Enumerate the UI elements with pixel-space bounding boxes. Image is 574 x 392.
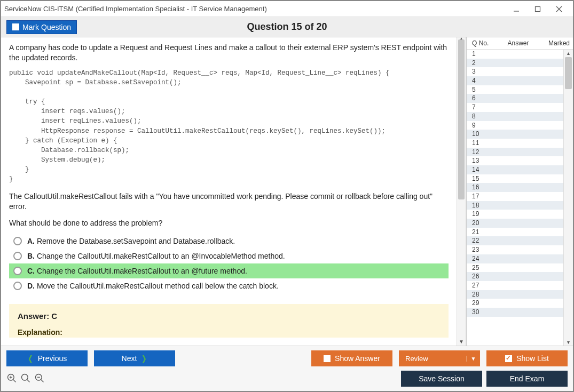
question-list-row[interactable]: 2 bbox=[467, 59, 563, 68]
main-scrollbar[interactable]: ▲ ▼ bbox=[457, 37, 466, 346]
option-c[interactable]: C. Change the CalloutUtil.makeRestCallou… bbox=[9, 263, 449, 278]
question-list-row[interactable]: 3 bbox=[467, 67, 563, 76]
checkbox-checked-icon bbox=[505, 355, 512, 362]
question-pane: A company has code to update a Request a… bbox=[1, 37, 457, 346]
show-answer-button[interactable]: Show Answer bbox=[311, 350, 392, 366]
question-list-row[interactable]: 10 bbox=[467, 130, 563, 139]
question-list-row[interactable]: 16 bbox=[467, 183, 563, 192]
question-stem-1: A company has code to update a Request a… bbox=[9, 43, 449, 63]
window-title: ServiceNow CIS-ITSM (Certified Implement… bbox=[4, 5, 506, 13]
question-list-row[interactable]: 23 bbox=[467, 245, 563, 254]
question-list-header: Q No. Answer Marked bbox=[467, 37, 573, 50]
scroll-down-icon[interactable]: ▼ bbox=[457, 339, 466, 345]
mark-question-button[interactable]: Mark Question bbox=[6, 20, 77, 34]
radio-icon bbox=[13, 267, 22, 275]
question-list-row[interactable]: 22 bbox=[467, 236, 563, 245]
question-list-row[interactable]: 18 bbox=[467, 201, 563, 210]
question-list-row[interactable]: 6 bbox=[467, 94, 563, 103]
side-scrollbar[interactable]: ▴ ▾ bbox=[563, 50, 573, 346]
question-heading: Question 15 of 20 bbox=[247, 21, 327, 33]
question-list-row[interactable]: 27 bbox=[467, 281, 563, 290]
svg-line-5 bbox=[13, 379, 16, 382]
col-marked: Marked bbox=[543, 39, 570, 47]
checkbox-icon bbox=[324, 355, 331, 362]
zoom-in-icon[interactable] bbox=[6, 373, 17, 385]
answer-line: Answer: C bbox=[18, 311, 440, 321]
close-button[interactable] bbox=[548, 3, 570, 15]
chevron-down-icon: ▼ bbox=[466, 356, 480, 362]
question-list-row[interactable]: 28 bbox=[467, 290, 563, 299]
question-list-row[interactable]: 26 bbox=[467, 272, 563, 281]
question-list-row[interactable]: 11 bbox=[467, 139, 563, 148]
svg-line-11 bbox=[41, 379, 44, 382]
col-answer: Answer bbox=[493, 39, 543, 47]
question-list-row[interactable]: 20 bbox=[467, 219, 563, 228]
review-dropdown[interactable]: Review ▼ bbox=[399, 350, 480, 366]
top-toolbar: Mark Question Question 15 of 20 bbox=[1, 17, 573, 37]
mark-question-label: Mark Question bbox=[22, 23, 71, 31]
titlebar: ServiceNow CIS-ITSM (Certified Implement… bbox=[1, 1, 573, 17]
question-list-row[interactable]: 13 bbox=[467, 156, 563, 165]
question-list-row[interactable]: 29 bbox=[467, 299, 563, 308]
previous-button[interactable]: ❬ Previous bbox=[6, 350, 88, 366]
chevron-right-icon: ❭ bbox=[141, 354, 147, 363]
minimize-button[interactable] bbox=[506, 3, 527, 15]
show-list-button[interactable]: Show List bbox=[486, 350, 568, 366]
next-button[interactable]: Next ❭ bbox=[94, 350, 175, 366]
svg-point-8 bbox=[22, 374, 28, 380]
radio-icon bbox=[13, 237, 22, 245]
end-exam-button[interactable]: End Exam bbox=[486, 371, 568, 387]
svg-line-9 bbox=[27, 379, 30, 382]
question-stem-3: What should be done to address the probl… bbox=[9, 218, 449, 228]
col-qno: Q No. bbox=[472, 39, 493, 47]
answer-box: Answer: C Explanation: bbox=[9, 304, 449, 338]
zoom-reset-icon[interactable] bbox=[20, 373, 31, 385]
scroll-thumb[interactable] bbox=[565, 57, 572, 89]
question-list-row[interactable]: 19 bbox=[467, 210, 563, 219]
question-list-row[interactable]: 4 bbox=[467, 76, 563, 85]
question-list-row[interactable]: 12 bbox=[467, 148, 563, 157]
question-list-row[interactable]: 1 bbox=[467, 50, 563, 59]
option-d[interactable]: D. Move the CalloutUtil.makeRestCallout … bbox=[9, 278, 449, 293]
mark-checkbox-icon bbox=[12, 23, 19, 30]
save-session-button[interactable]: Save Session bbox=[401, 371, 482, 387]
maximize-button[interactable] bbox=[527, 3, 548, 15]
question-list-row[interactable]: 9 bbox=[467, 121, 563, 130]
zoom-controls bbox=[6, 373, 45, 385]
question-list-row[interactable]: 17 bbox=[467, 192, 563, 201]
question-list-row[interactable]: 8 bbox=[467, 112, 563, 121]
radio-icon bbox=[13, 282, 22, 290]
bottom-toolbar: ❬ Previous Next ❭ Show Answer Review ▼ S… bbox=[1, 346, 573, 391]
svg-rect-1 bbox=[536, 6, 540, 11]
question-list-row[interactable]: 14 bbox=[467, 165, 563, 174]
question-stem-2: The CalloutUtil.makeRestCallout fails wi… bbox=[9, 191, 449, 212]
app-window: ServiceNow CIS-ITSM (Certified Implement… bbox=[0, 0, 574, 392]
question-list-row[interactable]: 25 bbox=[467, 263, 563, 273]
question-list-row[interactable]: 21 bbox=[467, 228, 563, 237]
zoom-out-icon[interactable] bbox=[34, 373, 45, 385]
question-list[interactable]: 1234567891011121314151617181920212223242… bbox=[467, 50, 563, 346]
scroll-up-icon[interactable]: ▴ bbox=[564, 50, 573, 56]
scroll-thumb[interactable] bbox=[458, 39, 465, 199]
question-list-panel: Q No. Answer Marked 12345678910111213141… bbox=[466, 37, 573, 346]
chevron-left-icon: ❬ bbox=[27, 354, 34, 363]
question-list-row[interactable]: 7 bbox=[467, 103, 563, 112]
option-a[interactable]: A. Remove the Database.setSavepoint and … bbox=[9, 234, 449, 249]
question-list-row[interactable]: 15 bbox=[467, 174, 563, 183]
code-block: public void updateAndMakeCallout(Map<Id,… bbox=[9, 68, 449, 185]
question-list-row[interactable]: 24 bbox=[467, 254, 563, 263]
radio-icon bbox=[13, 252, 22, 260]
question-list-row[interactable]: 5 bbox=[467, 85, 563, 94]
explanation-label: Explanation: bbox=[18, 328, 440, 337]
question-list-row[interactable]: 30 bbox=[467, 308, 563, 317]
scroll-down-icon[interactable]: ▾ bbox=[564, 339, 573, 345]
options-group: A. Remove the Database.setSavepoint and … bbox=[9, 234, 449, 293]
option-b[interactable]: B. Change the CalloutUtil.makeRestCallou… bbox=[9, 249, 449, 263]
